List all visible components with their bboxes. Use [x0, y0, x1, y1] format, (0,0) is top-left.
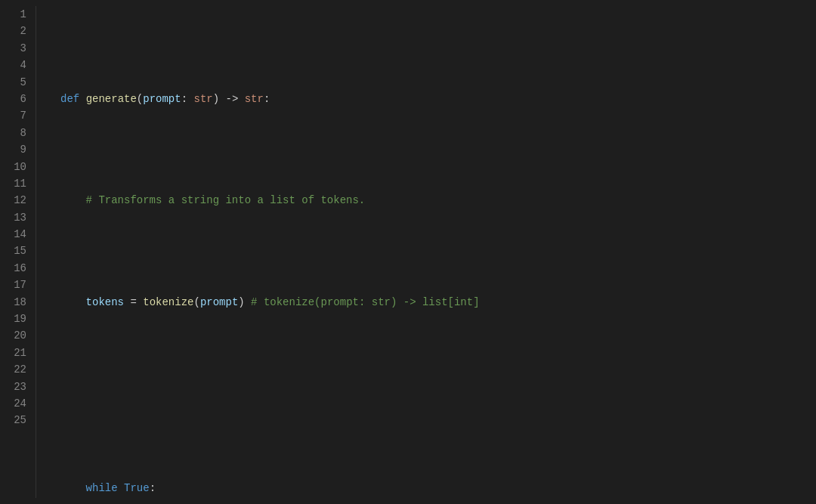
line-num-10: 10 — [6, 159, 26, 175]
line-num-1: 1 — [6, 6, 26, 23]
line-num-18: 18 — [6, 294, 26, 311]
code-line-3: tokens = tokenize(prompt) # tokenize(pro… — [60, 277, 804, 311]
line-num-25: 25 — [6, 412, 26, 428]
line-num-13: 13 — [6, 209, 26, 226]
line-num-9: 9 — [6, 141, 26, 158]
line-num-7: 7 — [6, 107, 26, 124]
line-num-3: 3 — [6, 40, 26, 57]
line-num-5: 5 — [6, 74, 26, 91]
line-num-21: 21 — [6, 345, 26, 361]
code-line-2: # Transforms a string into a list of tok… — [60, 175, 804, 209]
code-editor: 1 2 3 4 5 6 7 8 9 10 11 12 13 14 15 16 1… — [0, 0, 816, 504]
line-num-4: 4 — [6, 57, 26, 73]
line-num-23: 23 — [6, 379, 26, 395]
line-numbers: 1 2 3 4 5 6 7 8 9 10 11 12 13 14 15 16 1… — [0, 6, 36, 498]
code-lines: def generate(prompt: str) -> str: # Tran… — [48, 6, 816, 498]
line-num-12: 12 — [6, 192, 26, 209]
code-line-5: while True: — [60, 463, 804, 497]
line-num-17: 17 — [6, 277, 26, 293]
code-line-1: def generate(prompt: str) -> str: — [60, 74, 804, 108]
line-num-22: 22 — [6, 361, 26, 378]
line-num-14: 14 — [6, 226, 26, 243]
line-num-15: 15 — [6, 243, 26, 259]
line-num-16: 16 — [6, 260, 26, 277]
line-num-6: 6 — [6, 91, 26, 107]
line-num-11: 11 — [6, 175, 26, 192]
code-line-4 — [60, 379, 804, 395]
line-num-19: 19 — [6, 311, 26, 327]
line-num-20: 20 — [6, 327, 26, 344]
line-num-2: 2 — [6, 23, 26, 39]
line-num-8: 8 — [6, 125, 26, 141]
line-num-24: 24 — [6, 395, 26, 412]
